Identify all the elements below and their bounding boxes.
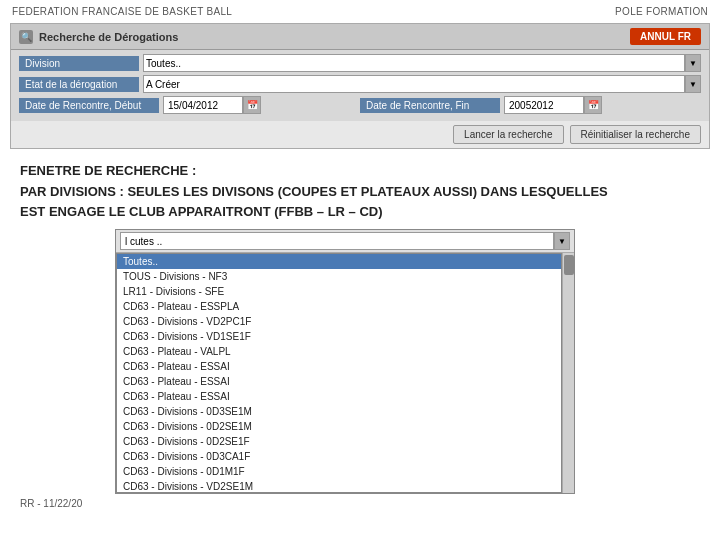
dropdown-header-input[interactable] (120, 232, 554, 250)
etat-row: Etat de la dérogation ▼ (19, 75, 701, 93)
dropdown-item[interactable]: CD63 - Plateau - VALPL (117, 344, 561, 359)
header: FEDERATION FRANCAISE DE BASKET BALL POLE… (0, 0, 720, 23)
dropdown-item[interactable]: CD63 - Plateau - ESSPLA (117, 299, 561, 314)
dropdown-item[interactable]: CD63 - Divisions - VD1SE1F (117, 329, 561, 344)
federation-title: FEDERATION FRANCAISE DE BASKET BALL (12, 6, 232, 17)
division-dropdown-arrow[interactable]: ▼ (685, 54, 701, 72)
dropdown-item[interactable]: CD63 - Plateau - ESSAI (117, 389, 561, 404)
date-debut-input[interactable] (163, 96, 243, 114)
date-fin-input[interactable] (504, 96, 584, 114)
footer: RR - 11/22/20 (0, 494, 720, 513)
dropdown-item[interactable]: Toutes.. (117, 254, 561, 269)
etat-input[interactable] (143, 75, 685, 93)
division-input[interactable] (143, 54, 685, 72)
form-section: Division ▼ Etat de la dérogation ▼ Date … (11, 50, 709, 121)
search-panel: 🔍 Recherche de Dérogations ANNUL FR Divi… (10, 23, 710, 149)
info-section: FENETRE DE RECHERCHE : PAR DIVISIONS : S… (0, 149, 720, 229)
etat-label: Etat de la dérogation (19, 77, 139, 92)
date-fin-group: Date de Rencontre, Fin 📅 (360, 96, 701, 114)
dropdown-header-arrow[interactable]: ▼ (554, 232, 570, 250)
date-debut-label: Date de Rencontre, Début (19, 98, 159, 113)
reinitialiser-button[interactable]: Réinitialiser la recherche (570, 125, 702, 144)
dropdown-item[interactable]: CD63 - Divisions - 0D3SE1M (117, 404, 561, 419)
division-select-wrapper: ▼ (143, 54, 701, 72)
dropdown-item[interactable]: CD63 - Divisions - 0D1M1F (117, 464, 561, 479)
dropdown-list[interactable]: Toutes..TOUS - Divisions - NF3LR11 - Div… (116, 253, 562, 493)
date-fin-calendar-icon[interactable]: 📅 (584, 96, 602, 114)
dropdown-list-container: Toutes..TOUS - Divisions - NF3LR11 - Div… (116, 253, 574, 493)
lancer-button[interactable]: Lancer la recherche (453, 125, 563, 144)
etat-select-wrapper: ▼ (143, 75, 701, 93)
etat-dropdown-arrow[interactable]: ▼ (685, 75, 701, 93)
info-title: FENETRE DE RECHERCHE : (20, 163, 700, 178)
date-row: Date de Rencontre, Début 📅 Date de Renco… (19, 96, 701, 114)
panel-icon: 🔍 (19, 30, 33, 44)
dropdown-item[interactable]: CD63 - Divisions - 0D2SE1F (117, 434, 561, 449)
date-debut-calendar-icon[interactable]: 📅 (243, 96, 261, 114)
dropdown-item[interactable]: CD63 - Plateau - ESSAI (117, 374, 561, 389)
dropdown-panel: ▼ Toutes..TOUS - Divisions - NF3LR11 - D… (115, 229, 575, 494)
dropdown-item[interactable]: CD63 - Divisions - 0D3CA1F (117, 449, 561, 464)
date-fin-label: Date de Rencontre, Fin (360, 98, 500, 113)
panel-title-bar: 🔍 Recherche de Dérogations ANNUL FR (11, 24, 709, 50)
info-line1: PAR DIVISIONS : SEULES LES DIVISONS (COU… (20, 182, 700, 202)
scrollbar[interactable] (562, 253, 574, 493)
pole-formation-title: POLE FORMATION (615, 6, 708, 17)
info-line2: EST ENGAGE LE CLUB APPARAITRONT (FFBB – … (20, 202, 700, 222)
division-label: Division (19, 56, 139, 71)
dropdown-item[interactable]: CD63 - Divisions - VD2PC1F (117, 314, 561, 329)
action-row: Lancer la recherche Réinitialiser la rec… (11, 121, 709, 148)
division-row: Division ▼ (19, 54, 701, 72)
dropdown-item[interactable]: CD63 - Plateau - ESSAI (117, 359, 561, 374)
dropdown-item[interactable]: CD63 - Divisions - 0D2SE1M (117, 419, 561, 434)
dropdown-item[interactable]: TOUS - Divisions - NF3 (117, 269, 561, 284)
dropdown-item[interactable]: LR11 - Divisions - SFE (117, 284, 561, 299)
dropdown-header: ▼ (116, 230, 574, 253)
annul-button[interactable]: ANNUL FR (630, 28, 701, 45)
rr-text: RR - 11/22/20 (20, 498, 82, 509)
date-debut-group: Date de Rencontre, Début 📅 (19, 96, 360, 114)
panel-title: Recherche de Dérogations (39, 31, 178, 43)
dropdown-item[interactable]: CD63 - Divisions - VD2SE1M (117, 479, 561, 493)
